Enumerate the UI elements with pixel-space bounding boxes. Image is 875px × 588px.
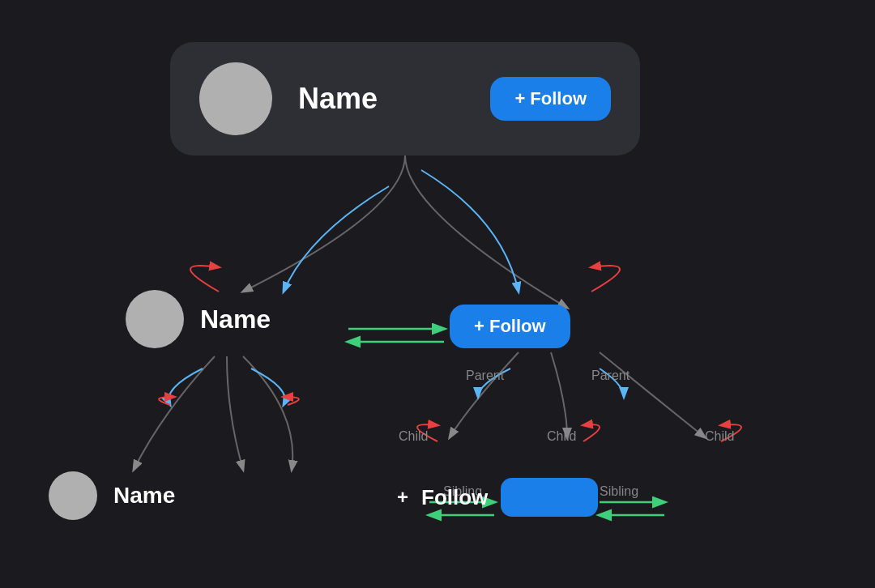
avatar-bot-left [49,471,97,520]
label-child-left: Child [399,429,428,444]
label-parent-left: Parent [466,369,504,383]
mid-right-follow-button[interactable]: + Follow [450,305,570,348]
avatar-mid-left [126,290,184,348]
canvas: Name + Follow Name + Follow Parent Paren… [0,0,875,588]
avatar-top [199,62,272,135]
mid-left-name: Name [200,305,271,334]
bot-right-node: + Follow [397,478,598,517]
follow-label-bot: Follow [421,485,488,510]
plus-label: + [397,486,408,509]
bot-left-node: Name [49,471,175,520]
mid-right-node: + Follow [450,305,570,348]
top-name: Name [298,82,464,116]
top-card: Name + Follow [170,42,640,156]
label-sibling-right: Sibling [600,484,638,499]
label-child-mid: Child [547,429,576,444]
top-follow-button[interactable]: + Follow [490,77,611,121]
label-child-right: Child [705,429,734,444]
label-parent-right: Parent [591,369,630,383]
bot-left-name: Name [113,483,175,509]
bot-right-follow-button[interactable] [501,478,598,517]
mid-left-node: Name [126,290,271,348]
